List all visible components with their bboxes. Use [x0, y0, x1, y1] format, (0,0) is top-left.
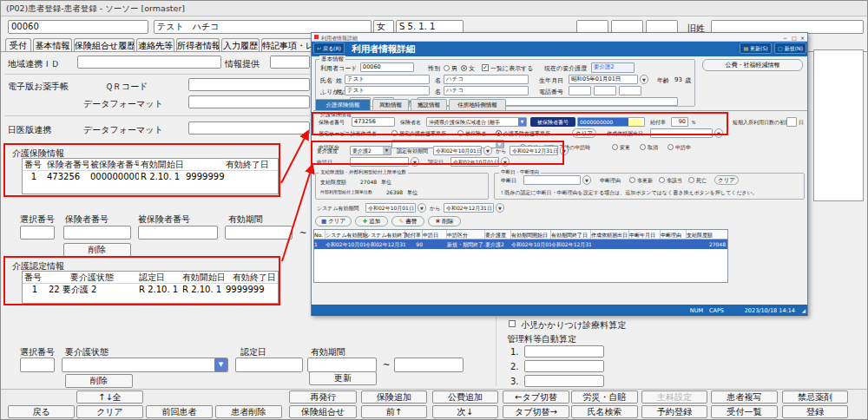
chevron-down-icon[interactable]: ▼ [214, 358, 227, 371]
dialog-tab-jusho-tokurei[interactable]: 住所地特例情報 [449, 99, 506, 110]
kaigo-nintei-table[interactable]: 番号 要介護状態 認定日 有効開始日 有効終了日 1 22 要介護 2 R 2.… [22, 271, 279, 304]
dialog-tab-shisetsu[interactable]: 施設情報 [411, 99, 447, 110]
footer-name-search-button[interactable]: 氏名検索 [571, 405, 638, 418]
kn-update-button[interactable]: 更新 [309, 371, 377, 385]
mgmt-row3-input[interactable] [524, 375, 604, 387]
planner-opt3-radio[interactable] [496, 130, 502, 136]
data-format2-input[interactable] [188, 121, 310, 135]
apply-opt3-radio[interactable] [640, 144, 646, 150]
data-format-input[interactable] [188, 95, 310, 108]
user-code-input[interactable]: 00060 [360, 62, 414, 72]
rate-input[interactable]: 90 [671, 117, 688, 127]
female-radio[interactable] [461, 65, 467, 71]
dialog-back-button[interactable]: ↩ 戻る(R) [313, 43, 345, 54]
kn-period-to-input[interactable] [394, 358, 464, 372]
apply-date-calendar-icon[interactable]: ▼ [411, 157, 419, 167]
care-level-combo[interactable]: 要介護2 ▼ [350, 146, 391, 155]
show-in-list-checkbox[interactable]: ✓ [482, 64, 489, 71]
qr-input[interactable] [188, 78, 310, 91]
sei-input[interactable]: テスト [345, 75, 430, 84]
history-table-selected-row[interactable]: 1 令和02年10月01日 令和02年12月31日 90 新規・期間終了... … [314, 240, 727, 249]
reason-r2-radio[interactable] [659, 177, 665, 183]
footer-rosai-button[interactable]: 労災・自賠 [571, 390, 638, 404]
footer-tab-left-button[interactable]: ←タブ切替 [503, 390, 569, 404]
footer-uketsuke-ichiran-button[interactable]: 受付一覧 [711, 405, 778, 418]
planner-opt2-radio[interactable] [457, 130, 464, 136]
mei-input[interactable]: ハチコ [444, 75, 529, 84]
interrupt-date-input[interactable] [523, 175, 581, 185]
tab-hoken-kumiawase[interactable]: 保険組合せ履歴 [74, 38, 135, 52]
insurer-no-input[interactable]: 473256 [352, 117, 395, 127]
cert-to-calendar-icon[interactable]: ▼ [560, 146, 569, 155]
tab-renrakusaki[interactable]: 連絡先等 [136, 38, 174, 52]
birth-input[interactable]: 昭和05年01月01日 [569, 75, 638, 84]
kh-sel-input[interactable] [20, 226, 55, 240]
dialog-update-button[interactable]: ▤ 更新(S) [740, 43, 772, 54]
footer-tab-right-button[interactable]: タブ切替→ [503, 405, 569, 418]
footer-reissue-button[interactable]: 再発行 [289, 390, 357, 404]
reason-r3-radio[interactable] [688, 177, 694, 183]
close-icon[interactable]: × [800, 35, 805, 41]
footer-hoken-kumiawase-button[interactable]: 保険組合せ [289, 405, 357, 418]
kh-period-from-input[interactable] [225, 226, 293, 240]
tab-uketsuke[interactable]: 受付 [5, 38, 31, 52]
resize-grip-icon[interactable]: ◢ [801, 307, 806, 313]
tel-input-1[interactable] [569, 86, 591, 95]
tel-input-3[interactable] [619, 86, 641, 95]
dialog-delete-button[interactable]: ✖ 削除 [428, 216, 461, 226]
request-date-calendar-icon[interactable]: ▼ [714, 128, 723, 138]
mgmt-row1-input[interactable] [524, 345, 604, 358]
chevron-down-icon[interactable]: ▼ [496, 141, 503, 148]
minimize-icon[interactable]: − [783, 35, 787, 41]
kaigo-nintei-table-row[interactable]: 1 22 要介護 2 R 2.10. 1 R 2.10. 1 9999999 [23, 284, 278, 296]
kh-insured-input[interactable] [138, 226, 218, 240]
system-to-calendar-icon[interactable]: ▼ [496, 203, 504, 213]
kaigo-hoken-table-row[interactable]: 1 473256 0000000000 R 2.10. 1 9999999 [23, 171, 278, 183]
planner-clear-button[interactable]: クリア [572, 128, 596, 138]
kn-date-input[interactable] [235, 358, 303, 372]
insured-no-input[interactable]: 0000000000 [577, 117, 645, 127]
dialog-tab-ido[interactable]: 異動情報 [372, 99, 409, 110]
kh-insurer-input[interactable] [63, 226, 131, 240]
footer-hoken-tsuika-button[interactable]: 保険追加 [361, 390, 427, 404]
pediatric-checkbox[interactable] [509, 320, 516, 327]
footer-back-button[interactable]: 戻る [8, 405, 75, 418]
tab-kihon-joho[interactable]: 基本情報 [33, 38, 72, 52]
dialog-add-button[interactable]: ✚ 追加 [355, 216, 388, 226]
footer-updown-all-button[interactable]: ↑↓全 [76, 390, 143, 404]
tel-input-2[interactable] [594, 86, 616, 95]
footer-prev-patient-button[interactable]: 前回患者 [146, 405, 213, 418]
tab-nyuryoku-rireki[interactable]: 入力履歴 [221, 38, 260, 52]
apply-date-input[interactable] [350, 157, 409, 167]
kaigo-hoken-table[interactable]: 番号 保険者番号 被保険者番号 有効開始日 有効終了日 1 473256 000… [22, 158, 279, 194]
chiiki-renkei-input[interactable] [77, 56, 221, 69]
kh-delete-button[interactable]: 削除 [63, 243, 131, 257]
footer-delete-patient-button[interactable]: 患者削除 [215, 405, 282, 418]
apply-opt4-radio[interactable] [667, 144, 674, 150]
reason-r1-radio[interactable] [629, 177, 635, 183]
cert-from-calendar-icon[interactable]: ▼ [483, 146, 492, 155]
reason-clear-button[interactable]: クリア [714, 175, 739, 185]
kohi-shafuku-button[interactable]: 公費・社福軽減情報 [702, 59, 803, 71]
kana-mei-input[interactable]: ハチコ [444, 86, 529, 95]
interrupt-date-calendar-icon[interactable]: ▼ [582, 175, 591, 185]
tab-tokki-jiko[interactable]: 特記事項・レ [261, 38, 313, 52]
chevron-down-icon[interactable]: ▼ [383, 147, 391, 154]
footer-kanja-fukusha-button[interactable]: 患者複写 [711, 390, 778, 404]
footer-register-button[interactable]: 登録 [782, 405, 848, 418]
male-radio[interactable] [444, 65, 450, 71]
kn-state-combo[interactable]: ▼ [62, 358, 228, 372]
mgmt-row2-input[interactable] [524, 360, 604, 372]
apply-opt2-radio[interactable] [612, 144, 618, 150]
footer-clear-button[interactable]: クリア [76, 405, 143, 418]
dialog-tab-kaigo-hoken[interactable]: 介護保険情報 [315, 99, 371, 110]
tab-shotokusha[interactable]: 所得者情報 [176, 38, 220, 52]
dialog-new-button[interactable]: ▢ 新規(N) [774, 43, 806, 54]
system-from-calendar-icon[interactable]: ▼ [418, 203, 426, 213]
footer-kinki-yakuzai-button[interactable]: 禁忌薬剤 [782, 390, 848, 404]
joho-teikyo-input[interactable] [270, 56, 310, 69]
dialog-rewrite-button[interactable]: ✎ 書替 [391, 216, 424, 226]
history-table[interactable]: No. システム有効開始 システム有効終了 給付率 申請日 申請区分 要介護度 … [313, 229, 728, 283]
kn-period-from-input[interactable] [307, 358, 377, 372]
kn-delete-button[interactable]: 削除 [65, 374, 133, 388]
